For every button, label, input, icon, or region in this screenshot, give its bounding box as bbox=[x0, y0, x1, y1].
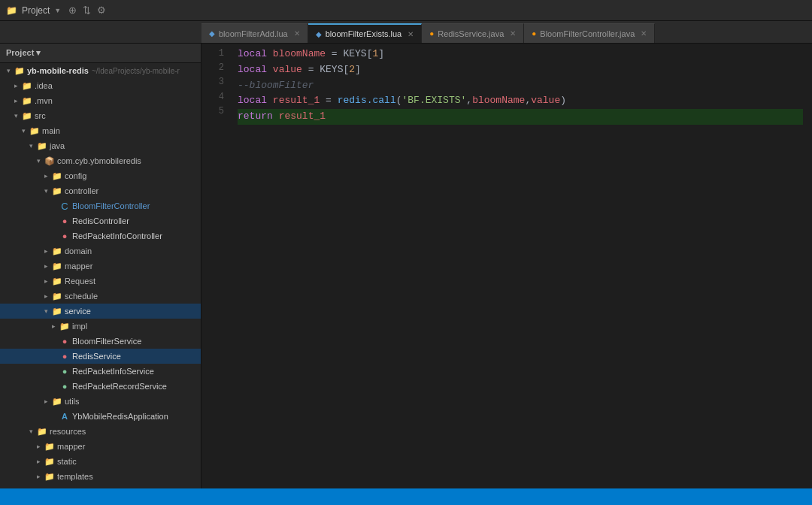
settings-icon[interactable]: ⚙ bbox=[97, 5, 106, 16]
tree-label-domain: domain bbox=[65, 246, 92, 256]
tree-item-redis-controller[interactable]: ● RedisController bbox=[0, 213, 201, 228]
tab-bloom-filter-add-close[interactable]: ✕ bbox=[294, 29, 300, 38]
tab-bloom-filter-controller-label: BloomFilterController.java bbox=[540, 29, 635, 38]
tree-item-impl[interactable]: ▸ 📁 impl bbox=[0, 319, 201, 334]
sidebar: Project ▾ ▾ 📁 yb-mobile-redis ~/IdeaProj… bbox=[0, 44, 201, 488]
static-arrow: ▸ bbox=[33, 458, 44, 465]
tree-item-redpacket-info-service[interactable]: ● RedPacketInfoService bbox=[0, 364, 201, 379]
dropdown-arrow[interactable]: ▼ bbox=[54, 7, 61, 14]
tab-bloom-filter-exists[interactable]: ◆ bloomFilterExists.lua ✕ bbox=[308, 23, 422, 43]
code-line-3: --bloomFilter bbox=[238, 78, 803, 94]
tab-bloom-filter-controller-close[interactable]: ✕ bbox=[641, 29, 647, 38]
tree-label-rp-record: RedPacketRecordService bbox=[72, 382, 167, 391]
tree-item-service[interactable]: ▾ 📁 service bbox=[0, 304, 201, 319]
tab-bloom-filter-add[interactable]: ◆ bloomFilterAdd.lua ✕ bbox=[201, 23, 308, 43]
tab-bloom-filter-exists-close[interactable]: ✕ bbox=[408, 30, 414, 38]
controller-arrow: ▾ bbox=[41, 187, 51, 195]
tree-item-idea[interactable]: ▸ 📁 .idea bbox=[0, 78, 201, 93]
line-num-4: 4 bbox=[206, 90, 224, 104]
tree-item-mapper[interactable]: ▸ 📁 mapper bbox=[0, 259, 201, 274]
sidebar-header: Project ▾ bbox=[0, 44, 201, 63]
code-line-4: local result_1 = redis.call('BF.EXISTS',… bbox=[238, 93, 803, 109]
tree-item-yb-mobile-redis[interactable]: ▾ 📁 yb-mobile-redis ~/IdeaProjects/yb-mo… bbox=[0, 63, 201, 78]
tree-item-resources[interactable]: ▾ 📁 resources bbox=[0, 424, 201, 439]
tree-label-redis-controller: RedisController bbox=[72, 216, 129, 225]
service-folder-icon: 📁 bbox=[51, 307, 63, 316]
tree-label-templates: templates bbox=[57, 472, 93, 481]
tree-label-idea: .idea bbox=[35, 81, 53, 90]
title-bar-actions: ⊕ ⇅ ⚙ bbox=[68, 5, 106, 16]
java-icon-2: ● bbox=[532, 29, 536, 38]
tree-label-impl: impl bbox=[72, 322, 87, 331]
tree-item-schedule[interactable]: ▸ 📁 schedule bbox=[0, 289, 201, 304]
tree-label-service: service bbox=[65, 307, 91, 316]
utils-arrow: ▸ bbox=[41, 398, 51, 405]
tree-item-app[interactable]: A YbMobileRedisApplication bbox=[0, 409, 201, 424]
tab-redis-service[interactable]: ● RedisService.java ✕ bbox=[422, 23, 524, 43]
tree-label-yb-mobile-redis: yb-mobile-redis bbox=[27, 66, 89, 75]
mapper-folder-icon: 📁 bbox=[51, 262, 63, 271]
com-package-icon: 📦 bbox=[44, 156, 56, 166]
idea-folder-icon: 📁 bbox=[21, 81, 33, 91]
editor-content[interactable]: 1 2 3 4 5 local bloomName = KEYS[1] loca… bbox=[201, 44, 812, 488]
tree-item-bloom-controller[interactable]: C BloomFilterController bbox=[0, 198, 201, 213]
tree-item-bloom-service[interactable]: ● BloomFilterService bbox=[0, 334, 201, 349]
editor-area: 1 2 3 4 5 local bloomName = KEYS[1] loca… bbox=[201, 44, 812, 488]
project-label: 📁 Project ▼ bbox=[6, 5, 61, 16]
main-arrow: ▾ bbox=[18, 127, 29, 135]
tree-label-res-mapper: mapper bbox=[57, 442, 85, 451]
schedule-arrow: ▸ bbox=[41, 292, 51, 300]
mvn-folder-icon: 📁 bbox=[21, 96, 33, 106]
add-icon[interactable]: ⊕ bbox=[68, 5, 77, 16]
expand-arrow: ▾ bbox=[3, 67, 14, 74]
java-class-icon: C bbox=[59, 201, 71, 212]
tab-redis-service-close[interactable]: ✕ bbox=[510, 29, 516, 38]
code-line-1: local bloomName = KEYS[1] bbox=[238, 47, 803, 62]
code-line-5: return result_1 bbox=[238, 109, 803, 125]
tree-item-redpacket-controller[interactable]: ● RedPacketInfoController bbox=[0, 228, 201, 243]
tree-item-main[interactable]: ▾ 📁 main bbox=[0, 123, 201, 138]
line-numbers: 1 2 3 4 5 bbox=[201, 47, 229, 485]
bloom-svc-icon: ● bbox=[59, 337, 71, 346]
impl-arrow: ▸ bbox=[48, 322, 59, 330]
tree-label-utils: utils bbox=[65, 397, 80, 406]
tree-item-request[interactable]: ▸ 📁 Request bbox=[0, 274, 201, 289]
tree-item-config[interactable]: ▸ 📁 config bbox=[0, 168, 201, 183]
tree-item-redis-service[interactable]: ● RedisService bbox=[0, 349, 201, 364]
tree-label-src: src bbox=[35, 111, 46, 120]
tree-item-mvn[interactable]: ▸ 📁 .mvn bbox=[0, 93, 201, 108]
tree-label-mvn: .mvn bbox=[35, 96, 53, 105]
tab-redis-service-label: RedisService.java bbox=[438, 29, 504, 38]
code-content[interactable]: local bloomName = KEYS[1] local value = … bbox=[229, 47, 812, 485]
tree-item-static[interactable]: ▸ 📁 static bbox=[0, 454, 201, 469]
tab-bloom-filter-exists-label: bloomFilterExists.lua bbox=[326, 29, 401, 38]
java-arrow: ▾ bbox=[26, 142, 36, 150]
tree-item-com[interactable]: ▾ 📦 com.cyb.ybmobileredis bbox=[0, 153, 201, 168]
lua-icon: ◆ bbox=[209, 29, 215, 38]
request-folder-icon: 📁 bbox=[51, 277, 63, 286]
schedule-folder-icon: 📁 bbox=[51, 292, 63, 301]
tree-label-schedule: schedule bbox=[65, 292, 98, 301]
tree-item-templates[interactable]: ▸ 📁 templates bbox=[0, 469, 201, 484]
tree-item-res-mapper[interactable]: ▸ 📁 mapper bbox=[0, 439, 201, 454]
sort-icon[interactable]: ⇅ bbox=[83, 5, 91, 16]
tree-item-java[interactable]: ▾ 📁 java bbox=[0, 138, 201, 153]
tab-bloom-filter-controller[interactable]: ● BloomFilterController.java ✕ bbox=[524, 23, 655, 43]
tree-item-redpacket-record-service[interactable]: ● RedPacketRecordService bbox=[0, 379, 201, 394]
title-bar: 📁 Project ▼ ⊕ ⇅ ⚙ bbox=[0, 0, 812, 21]
title-project-text: Project bbox=[22, 5, 50, 16]
service-arrow: ▾ bbox=[41, 307, 51, 315]
idea-arrow: ▸ bbox=[11, 82, 21, 89]
tree-item-controller[interactable]: ▾ 📁 controller bbox=[0, 183, 201, 198]
main-folder-icon: 📁 bbox=[29, 126, 41, 136]
rp-info-icon: ● bbox=[59, 367, 71, 376]
domain-folder-icon: 📁 bbox=[51, 246, 63, 256]
templates-arrow: ▸ bbox=[33, 473, 44, 480]
request-arrow: ▸ bbox=[41, 277, 51, 285]
tree-item-src[interactable]: ▾ 📁 src bbox=[0, 108, 201, 123]
src-folder-icon: 📁 bbox=[21, 111, 33, 121]
tree-item-domain[interactable]: ▸ 📁 domain bbox=[0, 243, 201, 259]
project-icon: 📁 bbox=[6, 5, 17, 16]
tree-item-utils[interactable]: ▸ 📁 utils bbox=[0, 394, 201, 409]
domain-arrow: ▸ bbox=[41, 247, 51, 255]
